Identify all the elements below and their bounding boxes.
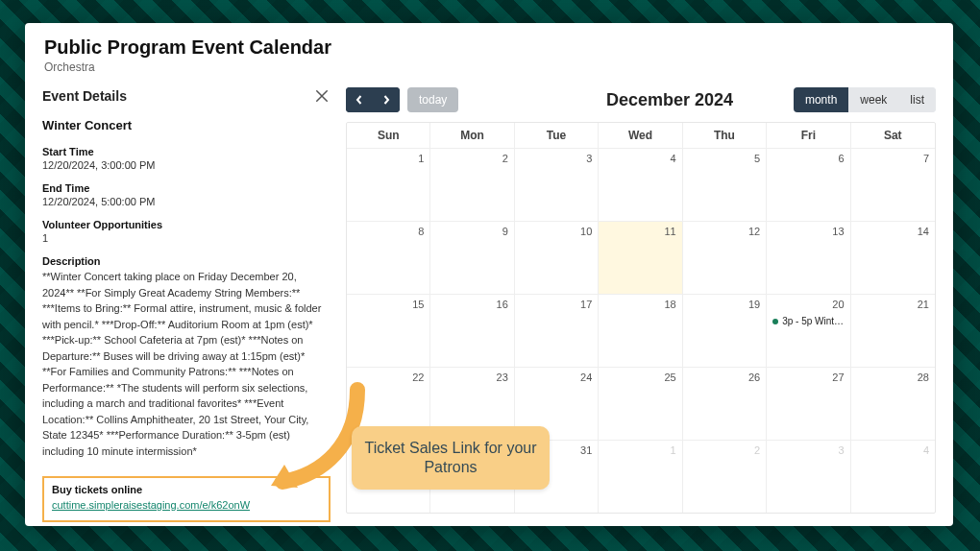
day-number: 4 bbox=[671, 153, 676, 164]
day-number: 13 bbox=[832, 226, 844, 237]
calendar-day-cell[interactable]: 4 bbox=[599, 149, 682, 221]
day-number: 16 bbox=[497, 299, 508, 310]
calendar-day-cell[interactable]: 7 bbox=[851, 149, 935, 221]
calendar-day-cell[interactable]: 203p - 5p Winter Cor bbox=[767, 295, 850, 367]
day-number: 12 bbox=[748, 226, 760, 237]
calendar-dow-header: Mon bbox=[430, 123, 514, 148]
volunteer-value: 1 bbox=[42, 232, 331, 244]
calendar-day-cell[interactable]: 21 bbox=[851, 295, 935, 367]
view-toggle: month week list bbox=[794, 87, 936, 112]
calendar-day-cell[interactable]: 17 bbox=[515, 295, 599, 367]
calendar-day-cell[interactable]: 2 bbox=[430, 149, 514, 221]
description-text: **Winter Concert taking place on Friday … bbox=[42, 269, 331, 459]
calendar-day-cell[interactable]: 1 bbox=[599, 441, 682, 513]
view-month-button[interactable]: month bbox=[794, 87, 848, 112]
view-list-button[interactable]: list bbox=[898, 87, 936, 112]
calendar-nav bbox=[346, 87, 400, 112]
day-number: 2 bbox=[502, 153, 508, 164]
calendar-day-cell[interactable]: 13 bbox=[767, 222, 850, 294]
day-number: 15 bbox=[412, 299, 424, 310]
calendar-day-cell[interactable]: 4 bbox=[851, 441, 935, 513]
calendar-day-cell[interactable]: 8 bbox=[347, 222, 430, 294]
day-number: 25 bbox=[664, 371, 675, 383]
event-title: Winter Concert bbox=[42, 118, 331, 132]
calendar-day-cell[interactable]: 25 bbox=[599, 368, 682, 440]
description-label: Description bbox=[42, 255, 331, 267]
day-number: 24 bbox=[580, 371, 592, 383]
day-number: 10 bbox=[580, 226, 592, 237]
day-number: 2 bbox=[754, 444, 760, 456]
day-number: 18 bbox=[664, 299, 675, 310]
calendar-day-cell[interactable]: 28 bbox=[851, 368, 935, 440]
calendar-day-cell[interactable]: 18 bbox=[599, 295, 682, 367]
callout-text: Ticket Sales Link for your Patrons bbox=[363, 439, 538, 477]
event-dot-icon bbox=[772, 319, 778, 324]
app-panel: Public Program Event Calendar Orchestra … bbox=[25, 23, 953, 526]
day-number: 5 bbox=[754, 153, 760, 164]
event-chip-label: 3p - 5p Winter Cor bbox=[782, 316, 844, 326]
start-time-value: 12/20/2024, 3:00:00 PM bbox=[42, 159, 331, 171]
org-name: Orchestra bbox=[44, 60, 934, 74]
calendar-day-cell[interactable]: 14 bbox=[851, 222, 935, 294]
day-number: 20 bbox=[832, 299, 844, 310]
day-number: 21 bbox=[918, 299, 929, 310]
day-number: 4 bbox=[923, 444, 929, 456]
start-time-label: Start Time bbox=[42, 146, 331, 157]
day-number: 7 bbox=[923, 153, 929, 164]
calendar-day-cell[interactable]: 15 bbox=[347, 295, 430, 367]
calendar-dow-header: Wed bbox=[599, 123, 682, 148]
calendar-day-cell[interactable]: 10 bbox=[515, 222, 599, 294]
day-number: 31 bbox=[580, 444, 592, 456]
calendar-day-cell[interactable]: 3 bbox=[515, 149, 599, 221]
day-number: 9 bbox=[502, 226, 508, 237]
calendar-day-cell[interactable]: 27 bbox=[767, 368, 850, 440]
calendar-day-cell[interactable]: 11 bbox=[599, 222, 682, 294]
event-details-heading: Event Details bbox=[42, 88, 127, 104]
ticket-link-box: Buy tickets online cuttime.simpleraisest… bbox=[42, 476, 331, 522]
day-number: 26 bbox=[748, 371, 760, 383]
day-number: 23 bbox=[497, 371, 508, 383]
view-week-button[interactable]: week bbox=[848, 87, 898, 112]
page-title: Public Program Event Calendar bbox=[44, 36, 934, 59]
calendar-dow-header: Tue bbox=[515, 123, 599, 148]
calendar-dow-header: Fri bbox=[767, 123, 850, 148]
calendar-day-cell[interactable]: 16 bbox=[430, 295, 514, 367]
calendar-month-title: December 2024 bbox=[606, 90, 733, 110]
calendar-event-chip[interactable]: 3p - 5p Winter Cor bbox=[772, 316, 844, 326]
close-icon[interactable] bbox=[313, 87, 331, 105]
day-number: 27 bbox=[832, 371, 844, 383]
calendar-day-cell[interactable]: 2 bbox=[683, 441, 767, 513]
ticket-label: Buy tickets online bbox=[52, 484, 321, 495]
day-number: 17 bbox=[580, 299, 592, 310]
calendar-dow-header: Sat bbox=[851, 123, 935, 148]
day-number: 28 bbox=[918, 371, 929, 383]
ticket-link[interactable]: cuttime.simpleraisestaging.com/e/k62onW bbox=[52, 499, 250, 511]
next-month-button[interactable] bbox=[373, 87, 400, 112]
calendar-dow-header: Thu bbox=[683, 123, 767, 148]
calendar-day-cell[interactable]: 12 bbox=[683, 222, 767, 294]
today-button[interactable]: today bbox=[407, 87, 458, 112]
end-time-label: End Time bbox=[42, 182, 331, 194]
day-number: 1 bbox=[418, 153, 424, 164]
day-number: 22 bbox=[412, 371, 424, 383]
calendar-day-cell[interactable]: 5 bbox=[683, 149, 767, 221]
callout-box: Ticket Sales Link for your Patrons bbox=[352, 426, 550, 490]
day-number: 11 bbox=[664, 226, 675, 237]
calendar-day-cell[interactable]: 3 bbox=[767, 441, 850, 513]
day-number: 3 bbox=[838, 444, 844, 456]
day-number: 1 bbox=[671, 444, 676, 456]
day-number: 8 bbox=[418, 226, 424, 237]
calendar-day-cell[interactable]: 19 bbox=[683, 295, 767, 367]
day-number: 19 bbox=[748, 299, 760, 310]
calendar-day-cell[interactable]: 9 bbox=[430, 222, 514, 294]
calendar-day-cell[interactable]: 1 bbox=[347, 149, 430, 221]
end-time-value: 12/20/2024, 5:00:00 PM bbox=[42, 196, 331, 207]
calendar-day-cell[interactable]: 6 bbox=[767, 149, 850, 221]
calendar-day-cell[interactable]: 26 bbox=[683, 368, 767, 440]
prev-month-button[interactable] bbox=[346, 87, 373, 112]
volunteer-label: Volunteer Opportunities bbox=[42, 219, 331, 230]
day-number: 6 bbox=[838, 153, 844, 164]
event-details-sidebar: Event Details Winter Concert Start Time … bbox=[42, 87, 331, 522]
day-number: 14 bbox=[918, 226, 929, 237]
calendar-dow-header: Sun bbox=[347, 123, 430, 148]
